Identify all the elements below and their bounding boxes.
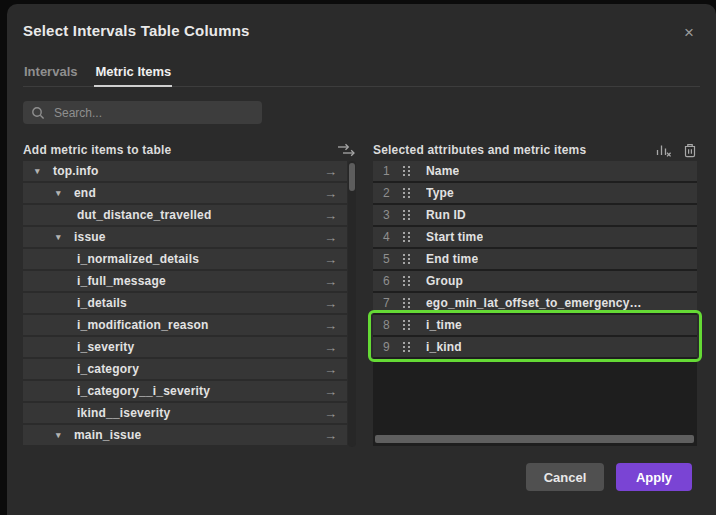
search-icon (31, 106, 45, 120)
selected-item-index: 2 (383, 186, 403, 200)
tree-item-label: i_full_message (77, 274, 166, 288)
drag-handle-icon[interactable] (403, 166, 410, 177)
caret-down-icon[interactable]: ▾ (56, 188, 74, 198)
drag-handle-icon[interactable] (403, 254, 410, 265)
add-item-arrow-icon[interactable]: → (324, 384, 347, 399)
add-item-arrow-icon[interactable]: → (324, 362, 347, 377)
selected-item[interactable]: 5End time (373, 249, 697, 269)
add-all-items-icon[interactable] (336, 142, 356, 158)
selected-item[interactable]: 1Name (373, 161, 697, 181)
selected-item-index: 5 (383, 252, 403, 266)
dialog-title: Select Intervals Table Columns (23, 22, 250, 39)
tree-item-label: i_normalized_details (77, 252, 199, 266)
tree-item[interactable]: i_normalized_details→ (23, 249, 347, 269)
tree-item-label: i_category__i_severity (77, 384, 210, 398)
tree-item[interactable]: ikind__iseverity→ (23, 403, 347, 423)
tree-item-label: main_issue (74, 428, 141, 442)
tree-rows: ▾top.info→▾end→dut_distance_travelled→▾i… (23, 161, 356, 445)
add-item-arrow-icon[interactable]: → (324, 230, 347, 245)
selected-item-index: 7 (383, 296, 403, 310)
add-item-arrow-icon[interactable]: → (324, 252, 347, 267)
search-box[interactable] (23, 101, 262, 124)
right-panel-title: Selected attributes and metric items (373, 143, 586, 157)
selected-item-label: Name (426, 164, 459, 178)
caret-down-icon[interactable]: ▾ (56, 430, 74, 440)
selected-item[interactable]: 7ego_min_lat_offset_to_emergency… (373, 293, 697, 313)
selected-item[interactable]: 4Start time (373, 227, 697, 247)
selected-item-index: 6 (383, 274, 403, 288)
selected-items-list: 1Name2Type3Run ID4Start time5End time6Gr… (373, 161, 697, 446)
selected-item-index: 9 (383, 340, 403, 354)
selected-item-label: Type (426, 186, 454, 200)
selected-item[interactable]: 8i_time (373, 315, 697, 335)
add-item-arrow-icon[interactable]: → (324, 296, 347, 311)
tree-item[interactable]: i_severity→ (23, 337, 347, 357)
tree-item[interactable]: ▾end→ (23, 183, 347, 203)
apply-button[interactable]: Apply (616, 463, 692, 491)
tree-item-label: issue (74, 230, 106, 244)
selected-item-label: Group (426, 274, 463, 288)
drag-handle-icon[interactable] (403, 342, 410, 353)
tab-bar: Intervals Metric Items (23, 64, 700, 87)
drag-handle-icon[interactable] (403, 298, 410, 309)
add-item-arrow-icon[interactable]: → (324, 208, 347, 223)
selected-item-label: ego_min_lat_offset_to_emergency… (426, 296, 642, 310)
selected-rows: 1Name2Type3Run ID4Start time5End time6Gr… (373, 161, 697, 357)
add-item-arrow-icon[interactable]: → (324, 164, 347, 179)
selected-item-label: i_time (426, 318, 462, 332)
caret-down-icon[interactable]: ▾ (35, 166, 53, 176)
tree-item[interactable]: ▾top.info→ (23, 161, 347, 181)
tab-metric-items[interactable]: Metric Items (94, 64, 172, 87)
selected-item[interactable]: 2Type (373, 183, 697, 203)
cancel-button[interactable]: Cancel (526, 463, 604, 491)
tree-item[interactable]: i_modification_reason→ (23, 315, 347, 335)
tree-item-label: dut_distance_travelled (77, 208, 211, 222)
selected-item-index: 3 (383, 208, 403, 222)
drag-handle-icon[interactable] (403, 188, 410, 199)
selected-item-index: 4 (383, 230, 403, 244)
caret-down-icon[interactable]: ▾ (56, 232, 74, 242)
vertical-scrollbar-thumb[interactable] (349, 163, 355, 191)
tree-item-label: ikind__iseverity (77, 406, 170, 420)
tree-item-label: i_severity (77, 340, 134, 354)
selected-item[interactable]: 9i_kind (373, 337, 697, 357)
drag-handle-icon[interactable] (403, 210, 410, 221)
drag-handle-icon[interactable] (403, 232, 410, 243)
add-item-arrow-icon[interactable]: → (324, 318, 347, 333)
vertical-scrollbar[interactable] (348, 161, 356, 447)
tree-item-label: i_category (77, 362, 139, 376)
remove-metric-items-icon[interactable] (655, 142, 672, 158)
drag-handle-icon[interactable] (403, 320, 410, 331)
selected-item-label: End time (426, 252, 478, 266)
tree-item-label: i_details (77, 296, 127, 310)
tree-item[interactable]: i_category→ (23, 359, 347, 379)
delete-all-icon[interactable] (683, 142, 697, 158)
metric-items-tree: ▾top.info→▾end→dut_distance_travelled→▾i… (23, 161, 356, 447)
horizontal-scrollbar-thumb[interactable] (375, 435, 694, 443)
tab-intervals[interactable]: Intervals (23, 64, 78, 86)
add-item-arrow-icon[interactable]: → (324, 274, 347, 289)
search-input[interactable] (52, 105, 254, 121)
add-item-arrow-icon[interactable]: → (324, 340, 347, 355)
selected-item[interactable]: 3Run ID (373, 205, 697, 225)
tree-item[interactable]: i_full_message→ (23, 271, 347, 291)
tree-item-label: end (74, 186, 96, 200)
selected-item-label: Run ID (426, 208, 466, 222)
selected-item-label: i_kind (426, 340, 462, 354)
close-icon[interactable]: × (684, 24, 694, 41)
add-item-arrow-icon[interactable]: → (324, 406, 347, 421)
selected-item[interactable]: 6Group (373, 271, 697, 291)
add-item-arrow-icon[interactable]: → (324, 428, 347, 443)
select-columns-dialog: Select Intervals Table Columns × Interva… (7, 4, 716, 515)
selected-item-label: Start time (426, 230, 483, 244)
tree-item[interactable]: ▾main_issue→ (23, 425, 347, 445)
tree-item[interactable]: i_details→ (23, 293, 347, 313)
selected-item-index: 8 (383, 318, 403, 332)
left-panel-title: Add metric items to table (23, 143, 171, 157)
drag-handle-icon[interactable] (403, 276, 410, 287)
tree-item[interactable]: i_category__i_severity→ (23, 381, 347, 401)
add-item-arrow-icon[interactable]: → (324, 186, 347, 201)
tree-item[interactable]: ▾issue→ (23, 227, 347, 247)
tree-item[interactable]: dut_distance_travelled→ (23, 205, 347, 225)
selected-item-index: 1 (383, 164, 403, 178)
